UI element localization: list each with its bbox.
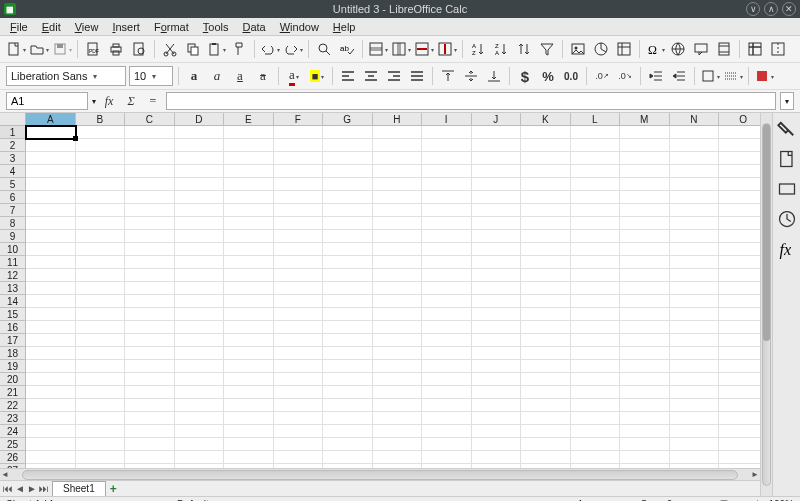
cell[interactable] [323, 308, 373, 321]
cell[interactable] [472, 425, 522, 438]
cell[interactable] [373, 126, 423, 139]
cell[interactable] [571, 282, 621, 295]
cell[interactable] [76, 412, 126, 425]
cell[interactable] [521, 425, 571, 438]
cell[interactable] [323, 360, 373, 373]
horizontal-scrollbar[interactable]: ◄ ► [0, 468, 760, 480]
cell[interactable] [373, 321, 423, 334]
underline-button[interactable]: a [230, 66, 250, 86]
column-header[interactable]: M [620, 113, 670, 126]
cell[interactable] [274, 360, 324, 373]
function-wizard-button[interactable]: fx [100, 92, 118, 110]
cell[interactable] [521, 399, 571, 412]
column-header[interactable]: D [175, 113, 225, 126]
cell[interactable] [26, 386, 76, 399]
cell[interactable] [620, 386, 670, 399]
cell[interactable] [472, 347, 522, 360]
cell[interactable] [26, 399, 76, 412]
cell[interactable] [670, 204, 720, 217]
cell[interactable] [422, 217, 472, 230]
cell[interactable] [76, 152, 126, 165]
column-header[interactable]: G [323, 113, 373, 126]
cell[interactable] [125, 451, 175, 464]
cell[interactable] [571, 204, 621, 217]
cell[interactable] [274, 386, 324, 399]
cell[interactable] [76, 230, 126, 243]
open-button[interactable] [29, 39, 49, 59]
cell[interactable] [26, 295, 76, 308]
cell[interactable] [472, 217, 522, 230]
cell[interactable] [125, 191, 175, 204]
cell[interactable] [620, 139, 670, 152]
cell[interactable] [670, 451, 720, 464]
cell[interactable] [224, 191, 274, 204]
cell[interactable] [422, 451, 472, 464]
cell[interactable] [373, 217, 423, 230]
cell[interactable] [175, 347, 225, 360]
delete-row-button[interactable] [414, 39, 434, 59]
function-equals-button[interactable]: = [144, 92, 162, 110]
cell[interactable] [274, 191, 324, 204]
cell[interactable] [521, 321, 571, 334]
cell[interactable] [521, 230, 571, 243]
cell[interactable] [274, 373, 324, 386]
row-header[interactable]: 24 [0, 425, 26, 438]
cell[interactable] [670, 282, 720, 295]
cell[interactable] [76, 191, 126, 204]
cell[interactable] [125, 126, 175, 139]
tab-prev-button[interactable]: ◄ [14, 483, 26, 494]
cell[interactable] [670, 230, 720, 243]
cell[interactable] [422, 438, 472, 451]
menu-data[interactable]: Data [236, 20, 271, 34]
cell[interactable] [323, 217, 373, 230]
cell[interactable] [373, 399, 423, 412]
cell[interactable] [175, 425, 225, 438]
cell[interactable] [224, 438, 274, 451]
column-header[interactable]: K [521, 113, 571, 126]
row-header[interactable]: 11 [0, 256, 26, 269]
cell[interactable] [26, 360, 76, 373]
cell[interactable] [422, 373, 472, 386]
cell[interactable] [76, 386, 126, 399]
row-header[interactable]: 15 [0, 308, 26, 321]
cell[interactable] [76, 282, 126, 295]
cell[interactable] [274, 321, 324, 334]
cell[interactable] [620, 308, 670, 321]
cell[interactable] [26, 308, 76, 321]
cell[interactable] [719, 269, 760, 282]
cell[interactable] [571, 321, 621, 334]
cell[interactable] [719, 217, 760, 230]
cell[interactable] [26, 178, 76, 191]
cell[interactable] [125, 399, 175, 412]
cell[interactable] [571, 230, 621, 243]
cell[interactable] [472, 321, 522, 334]
cell[interactable] [274, 269, 324, 282]
cell[interactable] [571, 438, 621, 451]
cell[interactable] [571, 165, 621, 178]
paste-button[interactable] [206, 39, 226, 59]
cell[interactable] [175, 373, 225, 386]
insert-image-button[interactable] [568, 39, 588, 59]
cell[interactable] [76, 204, 126, 217]
cell[interactable] [274, 230, 324, 243]
find-button[interactable] [314, 39, 334, 59]
cell[interactable] [670, 256, 720, 269]
cell[interactable] [620, 464, 670, 468]
cell[interactable] [175, 152, 225, 165]
undo-button[interactable] [260, 39, 280, 59]
row-header[interactable]: 18 [0, 347, 26, 360]
tab-first-button[interactable]: ⏮ [2, 483, 14, 494]
select-all-corner[interactable] [0, 113, 26, 126]
cell[interactable] [26, 269, 76, 282]
cell[interactable] [323, 256, 373, 269]
cell[interactable] [472, 373, 522, 386]
cell[interactable] [719, 334, 760, 347]
cell[interactable] [620, 204, 670, 217]
cell[interactable] [521, 464, 571, 468]
menu-window[interactable]: Window [274, 20, 325, 34]
cell[interactable] [125, 230, 175, 243]
cell[interactable] [175, 334, 225, 347]
split-window-button[interactable] [768, 39, 788, 59]
cell[interactable] [422, 139, 472, 152]
cell[interactable] [719, 438, 760, 451]
